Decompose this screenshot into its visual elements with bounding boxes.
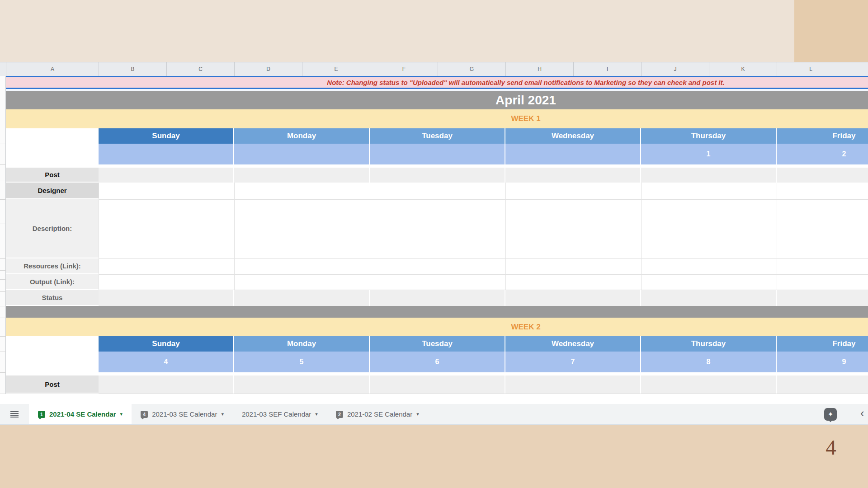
- row-label-status[interactable]: Status: [6, 290, 99, 306]
- date-cell[interactable]: [99, 144, 233, 164]
- sheet-tab-label: 2021-03 SE Calendar: [152, 410, 217, 418]
- row-boundary-line: [0, 209, 6, 209]
- slide-bottom-band: [0, 425, 868, 488]
- sheet-tab-label: 2021-02 SE Calendar: [347, 410, 412, 418]
- day-header-friday[interactable]: Friday: [777, 128, 868, 144]
- tab-menu-caret-icon[interactable]: ▾: [120, 411, 123, 417]
- row-boundary-line: [0, 164, 6, 165]
- hamburger-icon: [10, 411, 19, 418]
- horizontal-scrollbar-track[interactable]: ◂: [0, 394, 868, 404]
- tab-menu-caret-icon[interactable]: ▾: [416, 411, 419, 417]
- date-cell[interactable]: 2: [777, 144, 868, 164]
- row-label-description[interactable]: Description:: [6, 199, 99, 258]
- tab-menu-caret-icon[interactable]: ▾: [221, 411, 224, 417]
- gridline-horizontal: [99, 290, 868, 290]
- day-header-monday[interactable]: Monday: [234, 128, 369, 144]
- day-header-thursday[interactable]: Thursday: [641, 336, 776, 352]
- day-header-tuesday[interactable]: Tuesday: [370, 128, 505, 144]
- comment-count-badge: 1: [38, 411, 45, 418]
- column-header-f[interactable]: F: [370, 62, 438, 76]
- tab-menu-caret-icon[interactable]: ▾: [315, 411, 318, 417]
- date-cell[interactable]: 4: [99, 352, 233, 372]
- date-cell[interactable]: [505, 144, 640, 164]
- row-label-resources[interactable]: Resources (Link):: [6, 258, 99, 274]
- date-cell[interactable]: [370, 144, 505, 164]
- day-header-thursday[interactable]: Thursday: [641, 128, 776, 144]
- column-header-h[interactable]: H: [505, 62, 573, 76]
- week1-status-row[interactable]: [99, 290, 868, 306]
- column-header-e[interactable]: E: [302, 62, 370, 76]
- row-boundary-line: [0, 318, 6, 318]
- gridline-horizontal: [99, 199, 868, 200]
- slide-top-band: [0, 0, 868, 62]
- week1-post-row[interactable]: [99, 168, 868, 183]
- column-header-d[interactable]: D: [234, 62, 302, 76]
- date-cell[interactable]: 6: [370, 352, 505, 372]
- row-boundary-line: [0, 224, 6, 224]
- column-header-l[interactable]: L: [777, 62, 844, 76]
- column-header-i[interactable]: I: [573, 62, 641, 76]
- row-label-post[interactable]: Post: [6, 375, 99, 394]
- date-cell[interactable]: 5: [234, 352, 369, 372]
- day-header-sunday[interactable]: Sunday: [99, 128, 233, 144]
- month-title: April 2021: [99, 91, 868, 109]
- column-header-b[interactable]: B: [99, 62, 166, 76]
- day-header-sunday[interactable]: Sunday: [99, 336, 233, 352]
- week1-date-row: 12: [99, 144, 868, 164]
- comment-count-badge: 2: [336, 411, 343, 418]
- week1-label: WEEK 1: [99, 109, 868, 128]
- sheet-tabs: 12021-04 SE Calendar▾42021-03 SE Calenda…: [29, 404, 428, 424]
- explore-button[interactable]: ✦: [824, 408, 837, 421]
- sheet-tab-2021-03-sef-calendar[interactable]: 2021-03 SEF Calendar▾: [233, 404, 327, 424]
- gridline-horizontal: [99, 274, 868, 275]
- sparkle-icon: ✦: [828, 410, 834, 418]
- row-boundary-line: [0, 291, 6, 292]
- week1-banner-cell[interactable]: WEEK 1: [6, 109, 868, 128]
- row-boundary-line: [0, 258, 6, 259]
- column-header-k[interactable]: K: [709, 62, 777, 76]
- day-header-friday[interactable]: Friday: [777, 336, 868, 352]
- row-boundary-line: [0, 180, 6, 180]
- row-label-post[interactable]: Post: [6, 168, 99, 183]
- row-boundary-line: [0, 144, 6, 144]
- column-header-c[interactable]: C: [166, 62, 234, 76]
- week-divider-band[interactable]: [6, 306, 868, 318]
- row-boundary-line: [0, 279, 6, 280]
- row-label-output[interactable]: Output (Link):: [6, 274, 99, 290]
- sheet-tab-2021-04-se-calendar[interactable]: 12021-04 SE Calendar▾: [29, 404, 132, 424]
- day-header-tuesday[interactable]: Tuesday: [370, 336, 505, 352]
- sheet-tab-2021-02-se-calendar[interactable]: 22021-02 SE Calendar▾: [327, 404, 428, 424]
- spreadsheet-area: ABCDEFGHIJKL Note: Changing status to "U…: [0, 62, 868, 404]
- week2-day-header-row: SundayMondayTuesdayWednesdayThursdayFrid…: [99, 336, 868, 352]
- page-number: 4: [816, 435, 845, 460]
- row-label-designer[interactable]: Designer: [6, 183, 99, 199]
- month-title-cell[interactable]: April 2021: [6, 91, 868, 109]
- chevron-left-icon[interactable]: ‹: [860, 406, 864, 420]
- column-header-row: ABCDEFGHIJKL: [0, 62, 868, 76]
- row-boundary-line: [0, 199, 6, 200]
- note-banner-cell[interactable]: Note: Changing status to "Uploaded" will…: [6, 77, 868, 88]
- date-cell[interactable]: 8: [641, 352, 776, 372]
- sheet-tab-2021-03-se-calendar[interactable]: 42021-03 SE Calendar▾: [132, 404, 233, 424]
- sheet-tab-label: 2021-03 SEF Calendar: [242, 410, 311, 418]
- date-cell[interactable]: 7: [505, 352, 640, 372]
- day-header-wednesday[interactable]: Wednesday: [505, 336, 640, 352]
- day-header-wednesday[interactable]: Wednesday: [505, 128, 640, 144]
- row-boundary-line: [0, 352, 6, 352]
- row-header-sliver: [0, 76, 6, 404]
- column-header-j[interactable]: J: [641, 62, 709, 76]
- gridline-horizontal: [99, 258, 868, 259]
- all-sheets-button[interactable]: [0, 404, 29, 424]
- week2-label: WEEK 2: [99, 318, 868, 336]
- column-header-a[interactable]: A: [6, 62, 99, 76]
- row-boundary-line: [0, 270, 6, 271]
- column-header-g[interactable]: G: [438, 62, 505, 76]
- week2-banner-cell[interactable]: WEEK 2: [6, 318, 868, 336]
- day-header-monday[interactable]: Monday: [234, 336, 369, 352]
- date-cell[interactable]: [234, 144, 369, 164]
- date-cell[interactable]: 1: [641, 144, 776, 164]
- week2-date-row: 456789: [99, 352, 868, 372]
- date-cell[interactable]: 9: [777, 352, 868, 372]
- week1-day-header-row: SundayMondayTuesdayWednesdayThursdayFrid…: [99, 128, 868, 144]
- week2-post-row[interactable]: [99, 375, 868, 394]
